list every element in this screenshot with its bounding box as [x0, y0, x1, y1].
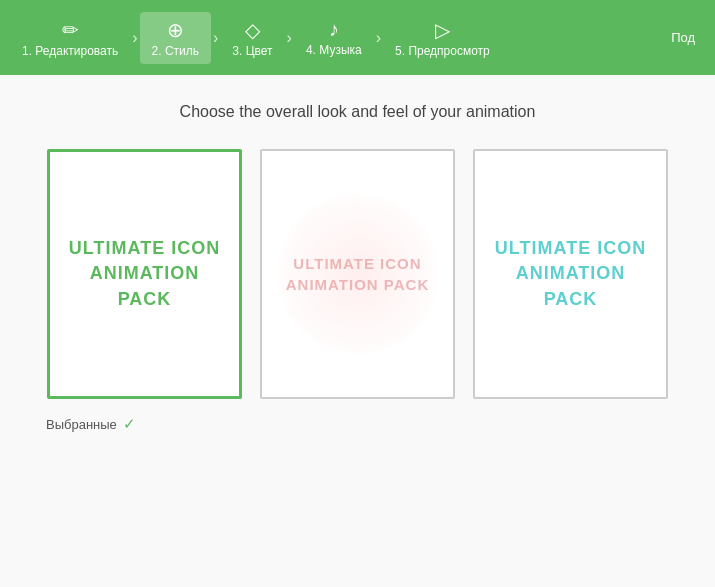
- chevron-4: ›: [376, 29, 381, 47]
- chevron-1: ›: [132, 29, 137, 47]
- main-content: Choose the overall look and feel of your…: [0, 75, 715, 587]
- card-1-text: ULTIMATE ICONANIMATIONPACK: [69, 236, 220, 312]
- edit-icon: ✏: [62, 18, 79, 42]
- top-navigation: ✏ 1. Редактировать › ⊕ 2. Стиль › ◇ 3. Ц…: [0, 0, 715, 75]
- preview-label: 5. Предпросмотр: [395, 44, 490, 58]
- chevron-3: ›: [287, 29, 292, 47]
- style-card-1[interactable]: ULTIMATE ICONANIMATIONPACK: [47, 149, 242, 399]
- style-card-3[interactable]: ULTIMATE ICONANIMATIONPACK: [473, 149, 668, 399]
- card-2-text: ULTIMATE ICONANIMATION PACK: [286, 253, 429, 295]
- preview-icon: ▷: [435, 18, 450, 42]
- chevron-2: ›: [213, 29, 218, 47]
- style-cards-row: ULTIMATE ICONANIMATIONPACK ULTIMATE ICON…: [40, 149, 675, 399]
- top-right-button[interactable]: Под: [661, 24, 705, 51]
- selected-label-row: Выбранные ✓: [46, 415, 675, 433]
- nav-step-music[interactable]: ♪ 4. Музыка: [294, 18, 374, 57]
- section-title: Choose the overall look and feel of your…: [40, 103, 675, 121]
- style-label: 2. Стиль: [152, 44, 199, 58]
- color-label: 3. Цвет: [232, 44, 272, 58]
- music-label: 4. Музыка: [306, 43, 362, 57]
- edit-label: 1. Редактировать: [22, 44, 118, 58]
- music-icon: ♪: [329, 18, 339, 41]
- nav-step-style[interactable]: ⊕ 2. Стиль: [140, 12, 211, 64]
- nav-steps: ✏ 1. Редактировать › ⊕ 2. Стиль › ◇ 3. Ц…: [10, 12, 661, 64]
- nav-step-preview[interactable]: ▷ 5. Предпросмотр: [383, 18, 502, 58]
- check-icon: ✓: [123, 415, 136, 433]
- selected-label-text: Выбранные: [46, 417, 117, 432]
- nav-step-color[interactable]: ◇ 3. Цвет: [220, 18, 284, 58]
- card-3-text: ULTIMATE ICONANIMATIONPACK: [495, 236, 646, 312]
- nav-step-edit[interactable]: ✏ 1. Редактировать: [10, 18, 130, 58]
- color-icon: ◇: [245, 18, 260, 42]
- style-icon: ⊕: [167, 18, 184, 42]
- style-card-2[interactable]: ULTIMATE ICONANIMATION PACK: [260, 149, 455, 399]
